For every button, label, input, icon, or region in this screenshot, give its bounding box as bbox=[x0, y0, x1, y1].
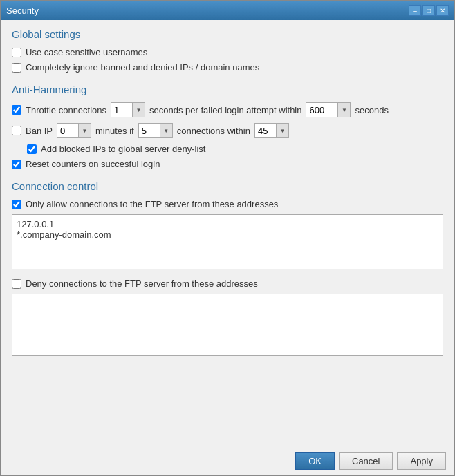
throttle-label: Throttle connections bbox=[26, 105, 106, 115]
cancel-button[interactable]: Cancel bbox=[339, 452, 393, 470]
connection-control-heading: Connection control bbox=[12, 180, 443, 192]
ban-ip-value1-input[interactable] bbox=[57, 124, 78, 137]
add-blocked-checkbox[interactable] bbox=[27, 144, 37, 154]
ban-ip-text-between: minutes if bbox=[95, 126, 134, 136]
case-sensitive-row: Use case sensitive usernames bbox=[12, 47, 443, 57]
ban-ip-value1-combo[interactable] bbox=[57, 123, 91, 138]
ban-ip-checkbox[interactable] bbox=[12, 126, 21, 135]
maximize-button[interactable]: □ bbox=[423, 5, 435, 16]
throttle-checkbox[interactable] bbox=[12, 105, 21, 115]
anti-hammering-section: Anti-Hammering Throttle connections seco… bbox=[12, 84, 443, 169]
ignore-banned-row: Completely ignore banned and denied IPs … bbox=[12, 62, 443, 73]
ban-ip-value3-combo[interactable] bbox=[254, 123, 289, 138]
ban-ip-value1-dropdown[interactable] bbox=[78, 124, 91, 137]
close-button[interactable]: ✕ bbox=[436, 5, 449, 16]
reset-counters-label: Reset counters on succesful login bbox=[26, 159, 160, 169]
throttle-value1-combo[interactable] bbox=[111, 102, 145, 117]
security-window: Security – □ ✕ Global settings Use case … bbox=[0, 0, 455, 476]
main-content: Global settings Use case sensitive usern… bbox=[1, 20, 454, 446]
ignore-banned-label: Completely ignore banned and denied IPs … bbox=[26, 62, 259, 73]
throttle-row: Throttle connections seconds per failed … bbox=[12, 102, 443, 117]
deny-connections-label: Deny connections to the FTP server from … bbox=[26, 278, 258, 289]
ban-ip-row: Ban IP minutes if connections within bbox=[12, 123, 443, 138]
throttle-value2-dropdown[interactable] bbox=[337, 103, 350, 117]
throttle-text-after: seconds bbox=[355, 105, 388, 115]
add-blocked-row: Add blocked IPs to global server deny-li… bbox=[27, 144, 443, 154]
minimize-button[interactable]: – bbox=[409, 5, 421, 16]
ban-ip-value3-input[interactable] bbox=[255, 124, 276, 137]
throttle-value1-input[interactable] bbox=[111, 103, 132, 117]
throttle-value2-combo[interactable] bbox=[306, 102, 351, 117]
window-controls: – □ ✕ bbox=[409, 5, 449, 16]
global-settings-heading: Global settings bbox=[12, 28, 443, 40]
ban-ip-label: Ban IP bbox=[26, 126, 53, 136]
ban-ip-value2-combo[interactable] bbox=[138, 123, 173, 138]
allow-textarea[interactable]: 127.0.0.1 *.company-domain.com bbox=[12, 214, 443, 269]
allow-connections-row: Only allow connections to the FTP server… bbox=[12, 199, 443, 209]
ignore-banned-checkbox[interactable] bbox=[12, 63, 21, 73]
throttle-value2-input[interactable] bbox=[306, 103, 337, 117]
window-title: Security bbox=[6, 6, 39, 16]
global-settings-section: Global settings Use case sensitive usern… bbox=[12, 28, 443, 73]
case-sensitive-label: Use case sensitive usernames bbox=[26, 47, 147, 57]
allow-connections-checkbox[interactable] bbox=[12, 200, 21, 209]
case-sensitive-checkbox[interactable] bbox=[12, 48, 21, 57]
ban-ip-text-between2: connections within bbox=[177, 126, 250, 136]
connection-control-section: Connection control Only allow connection… bbox=[12, 180, 443, 358]
title-bar: Security – □ ✕ bbox=[1, 1, 454, 20]
footer: OK Cancel Apply bbox=[1, 446, 454, 475]
deny-textarea-wrapper bbox=[12, 294, 443, 358]
apply-button[interactable]: Apply bbox=[397, 452, 446, 470]
allow-textarea-wrapper: 127.0.0.1 *.company-domain.com bbox=[12, 214, 443, 272]
deny-connections-checkbox[interactable] bbox=[12, 279, 21, 289]
allow-connections-label: Only allow connections to the FTP server… bbox=[26, 199, 278, 209]
reset-counters-checkbox[interactable] bbox=[12, 160, 21, 169]
add-blocked-section: Add blocked IPs to global server deny-li… bbox=[27, 144, 443, 154]
ban-ip-value3-dropdown[interactable] bbox=[276, 124, 288, 137]
add-blocked-label: Add blocked IPs to global server deny-li… bbox=[41, 144, 205, 154]
deny-connections-row: Deny connections to the FTP server from … bbox=[12, 278, 443, 289]
deny-textarea[interactable] bbox=[12, 294, 443, 356]
throttle-value1-dropdown[interactable] bbox=[132, 103, 145, 117]
anti-hammering-heading: Anti-Hammering bbox=[12, 84, 443, 95]
ban-ip-value2-dropdown[interactable] bbox=[160, 124, 172, 137]
throttle-text-between: seconds per failed login attempt within bbox=[149, 105, 301, 115]
reset-counters-row: Reset counters on succesful login bbox=[12, 159, 443, 169]
ok-button[interactable]: OK bbox=[295, 452, 335, 470]
ban-ip-value2-input[interactable] bbox=[139, 124, 160, 137]
